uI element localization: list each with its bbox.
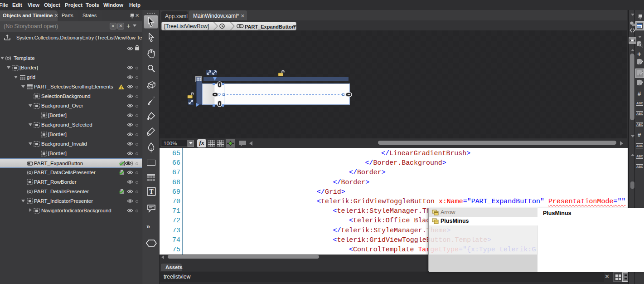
svg-text:T: T bbox=[149, 188, 154, 195]
